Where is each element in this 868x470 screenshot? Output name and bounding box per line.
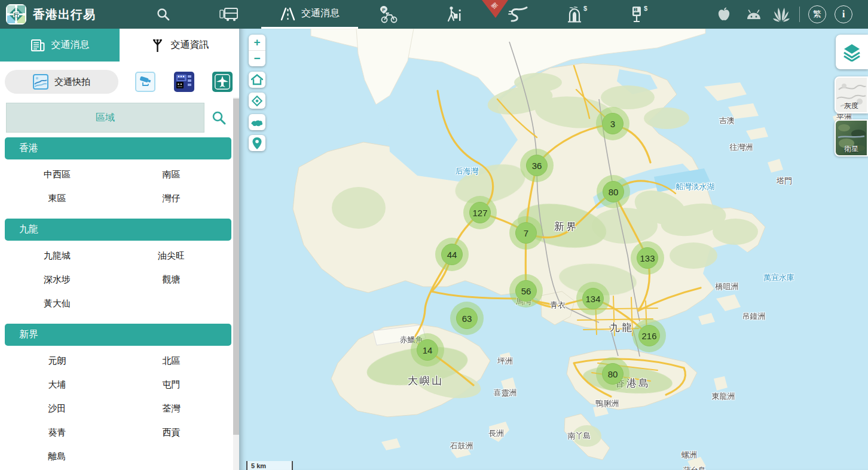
scale-label: 5 km [251,462,266,469]
district-list: 九龍城油尖旺深水埗觀塘黃大仙 [0,241,228,315]
district-search-input[interactable] [6,103,204,133]
tab-traffic-news-label: 交通消息 [301,7,340,20]
walking-icon[interactable] [443,0,463,29]
incident-cluster-marker[interactable]: 44 [441,244,463,265]
home-icon [251,74,263,85]
traffic-snapshot-button[interactable]: 交通快拍 [5,70,118,94]
district-item[interactable]: 灣仔 [114,186,228,210]
sidebar-scrollbar-thumb[interactable] [233,99,239,435]
tab-traffic-info-label: 交通資訊 [171,39,209,51]
map-label: 后海灣 [456,166,479,177]
incident-cluster-marker[interactable]: 216 [638,325,660,346]
snapshot-photo-icon [33,74,48,90]
s-road-icon[interactable] [508,0,529,29]
tab-traffic-info[interactable]: 交通資訊 [120,29,239,62]
district-list: 元朗北區大埔屯門沙田荃灣葵青西貢離島 [0,346,228,468]
incident-cluster-marker[interactable]: 36 [526,155,548,176]
map-label: 往灣洲 [730,142,753,153]
district-item[interactable]: 油尖旺 [114,244,228,268]
journey-time-filter-button[interactable] [174,72,194,92]
huawei-icon[interactable] [772,0,791,29]
district-item[interactable]: 觀塘 [114,268,228,291]
overview-button[interactable] [249,93,265,109]
incident-cluster-marker[interactable]: 7 [515,222,537,244]
district-item[interactable]: 沙田 [0,397,114,420]
tab-traffic-news-topbar[interactable]: 交通消息 [261,0,358,29]
district-search-icon[interactable] [211,110,227,125]
map-label: 吊鐘洲 [742,311,766,322]
map-label: 萬宜水庫 [763,272,794,283]
incident-cluster-marker[interactable]: 127 [469,202,491,223]
info-button[interactable]: i [834,0,853,29]
hkemobility-app: 行 香港出行易 交通消息 P [0,0,868,470]
locate-button[interactable] [249,135,265,151]
region-header: 香港 [5,137,231,159]
incident-cluster-marker[interactable]: 80 [603,181,624,202]
district-item[interactable]: 東區 [0,186,114,210]
meter-toll-icon[interactable]: 3 $ [628,0,650,29]
region-section-nt: 新界 元朗北區大埔屯門沙田荃灣葵青西貢離島 [0,324,239,468]
apple-icon[interactable] [716,0,732,29]
incident-cluster-marker[interactable]: 80 [602,363,624,385]
overview-diamond-icon [251,95,263,107]
bike-parking-icon[interactable]: P [378,0,399,29]
district-item[interactable]: 北區 [114,349,228,373]
svg-text:行: 行 [13,12,20,18]
map-label: 吉澳 [719,115,735,126]
lang-button[interactable]: 繁 [808,0,827,29]
incident-cluster-marker[interactable]: 63 [456,308,478,329]
map-canvas[interactable]: 新界九龍大嶼山香港島吉澳往灣洲塔門平洲橋咀洲吊鐘洲馬灣青衣赤鱲角坪洲喜靈洲長洲石… [239,29,868,470]
android-icon[interactable] [745,0,763,29]
district-item[interactable]: 元朗 [0,349,114,373]
map-label: 坪洲 [497,356,513,367]
topbar-divider [799,7,800,22]
district-item[interactable]: 荃灣 [114,397,228,420]
search-icon[interactable] [155,0,171,29]
bus-icon[interactable] [219,0,239,29]
zoom-in-button[interactable]: + [249,35,265,51]
cctv-filter-button[interactable] [135,72,155,92]
incident-cluster-marker[interactable]: 3 [602,113,624,134]
district-item[interactable]: 中西區 [0,162,114,186]
zoom-out-button[interactable]: − [249,51,265,66]
region-section-kln: 九龍 九龍城油尖旺深水埗觀塘黃大仙 [0,219,239,315]
tab-traffic-news[interactable]: 交通消息 [0,29,120,62]
district-item[interactable]: 葵青 [0,420,114,444]
cctv-icon [138,75,152,89]
basemap-grayscale-thumbnail[interactable]: 灰度 [835,76,868,113]
basemap-satellite-thumbnail[interactable]: 衛星 [835,119,868,156]
district-item[interactable]: 九龍城 [0,244,114,268]
layers-icon [842,42,861,62]
incident-cluster-marker[interactable]: 56 [515,280,537,302]
district-item[interactable]: 西貢 [114,420,228,444]
map-label: 新界 [554,220,578,234]
district-item[interactable]: 離島 [0,444,114,468]
district-item[interactable]: 大埔 [0,373,114,397]
scale-bar: 5 km [246,461,293,470]
district-item[interactable]: 深水埗 [0,268,114,291]
svg-text:$: $ [583,5,587,12]
incident-cluster-marker[interactable]: 14 [417,339,438,361]
hk-boundary-button[interactable] [249,114,265,130]
new-ribbon-icon: 新 [482,0,508,18]
district-item[interactable]: 南區 [114,162,228,186]
district-item[interactable]: 屯門 [114,373,228,397]
control-point-filter-button[interactable] [212,72,233,92]
layers-button[interactable] [836,35,868,69]
incident-cluster-marker[interactable]: 133 [637,247,658,269]
road-icon [280,7,296,21]
tab-traffic-news-label: 交通消息 [51,39,90,51]
map-label: 船灣淡水湖 [676,182,715,192]
traffic-snapshot-label: 交通快拍 [54,76,90,88]
home-button[interactable] [249,72,265,88]
map-label: 塔門 [777,176,792,186]
junction-icon [150,38,165,53]
region-header: 新界 [5,324,231,346]
tunnel-toll-icon[interactable]: $ [567,0,588,29]
map-label: 橋咀洲 [716,281,739,292]
topbar: 行 香港出行易 交通消息 P [0,0,868,29]
district-item[interactable]: 黃大仙 [0,291,114,315]
app-logo-icon[interactable]: 行 [6,4,26,24]
incident-cluster-marker[interactable]: 134 [582,288,604,309]
locate-pin-icon [252,137,262,150]
